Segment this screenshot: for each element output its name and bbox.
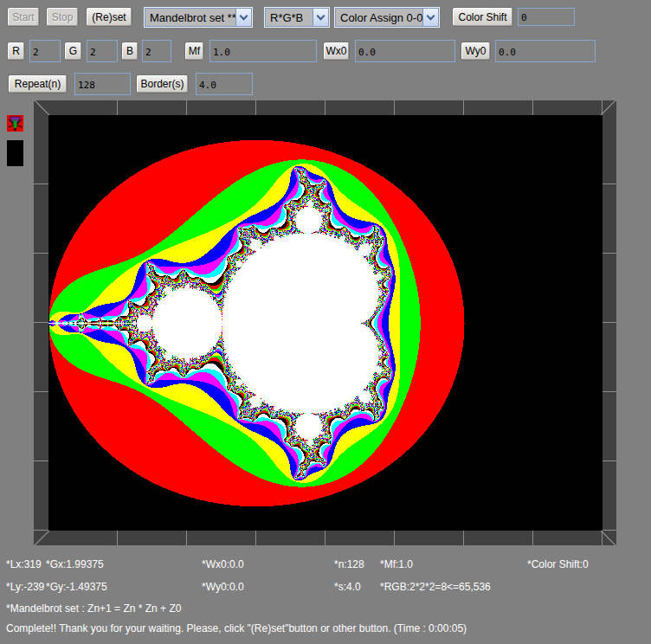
frame-corner-miter <box>34 100 49 115</box>
color-assign-dropdown-button[interactable] <box>422 9 438 26</box>
fractal-canvas[interactable] <box>48 115 603 531</box>
status-formula: *Mandelbrot set : Zn+1 = Zn * Zn + Z0 <box>6 602 181 615</box>
status-ly: *Ly:-239 <box>6 581 44 593</box>
fractal-type-dropdown-button[interactable] <box>235 9 251 26</box>
fractal-frame <box>34 100 616 545</box>
fractal-type-select[interactable]: Mandelbrot set ** <box>145 8 252 27</box>
g-button[interactable]: G <box>64 42 82 61</box>
frame-ticks-bottom <box>48 531 603 545</box>
stop-button[interactable]: Stop <box>46 7 79 27</box>
chevron-down-icon <box>427 12 435 21</box>
color-assign-select[interactable]: Color Assign 0-0 <box>335 8 439 27</box>
wx0-button[interactable]: Wx0 <box>323 42 350 61</box>
chevron-down-icon <box>317 12 326 21</box>
mandelbrot-applet-window: { "toolbar": { "start_label": "Start", "… <box>0 0 651 644</box>
frame-corner-miter <box>600 530 616 545</box>
frame-corner-miter <box>600 100 616 115</box>
r-button[interactable]: R <box>7 42 25 61</box>
black-color-swatch[interactable] <box>7 140 23 166</box>
frame-ticks-top <box>48 100 603 115</box>
repeat-button[interactable]: Repeat(n) <box>8 74 68 93</box>
mf-button[interactable]: Mf <box>184 42 204 61</box>
fractal-type-selected-value: Mandelbrot set ** <box>145 11 235 24</box>
b-input[interactable] <box>142 40 171 62</box>
color-shift-input[interactable] <box>518 8 575 26</box>
rgb-mode-selected-value: R*G*B <box>266 11 313 24</box>
b-button[interactable]: B <box>121 42 139 61</box>
mf-input[interactable] <box>209 40 317 62</box>
start-button[interactable]: Start <box>7 7 40 27</box>
status-n: *n:128 <box>334 558 364 570</box>
frame-corner-miter <box>34 530 49 545</box>
bug-icon <box>7 115 23 132</box>
color-assign-selected-value: Color Assign 0-0 <box>336 11 422 24</box>
wy0-button[interactable]: Wy0 <box>461 42 491 61</box>
frame-ticks-left <box>34 115 48 531</box>
status-wx0: *Wx0:0.0 <box>202 558 244 570</box>
color-shift-button[interactable]: Color Shift <box>452 7 513 27</box>
status-wy0: *Wy0:0.0 <box>202 581 244 593</box>
r-input[interactable] <box>29 40 61 62</box>
wy0-input[interactable] <box>495 40 596 62</box>
status-rgb: *RGB:2*2*2=8<=65,536 <box>380 581 491 593</box>
status-gx: *Gx:1.99375 <box>46 558 104 570</box>
status-gy: *Gy:-1.49375 <box>46 581 107 593</box>
chevron-down-icon <box>240 12 248 21</box>
reset-button[interactable]: (Re)set <box>86 7 132 27</box>
border-input[interactable] <box>196 73 253 95</box>
border-button[interactable]: Border(s) <box>136 74 189 93</box>
status-message: Complete!! Thank you for your waiting. P… <box>6 622 467 634</box>
repeat-input[interactable] <box>74 73 131 95</box>
status-lx: *Lx:319 <box>6 558 42 570</box>
rgb-mode-dropdown-button[interactable] <box>313 9 328 26</box>
g-input[interactable] <box>87 40 118 62</box>
status-mf: *Mf:1.0 <box>380 558 413 570</box>
frame-ticks-right <box>603 115 616 531</box>
status-s: *s:4.0 <box>334 581 361 593</box>
wx0-input[interactable] <box>355 40 455 62</box>
status-color-shift: *Color Shift:0 <box>527 558 589 570</box>
rgb-mode-select[interactable]: R*G*B <box>265 8 329 27</box>
